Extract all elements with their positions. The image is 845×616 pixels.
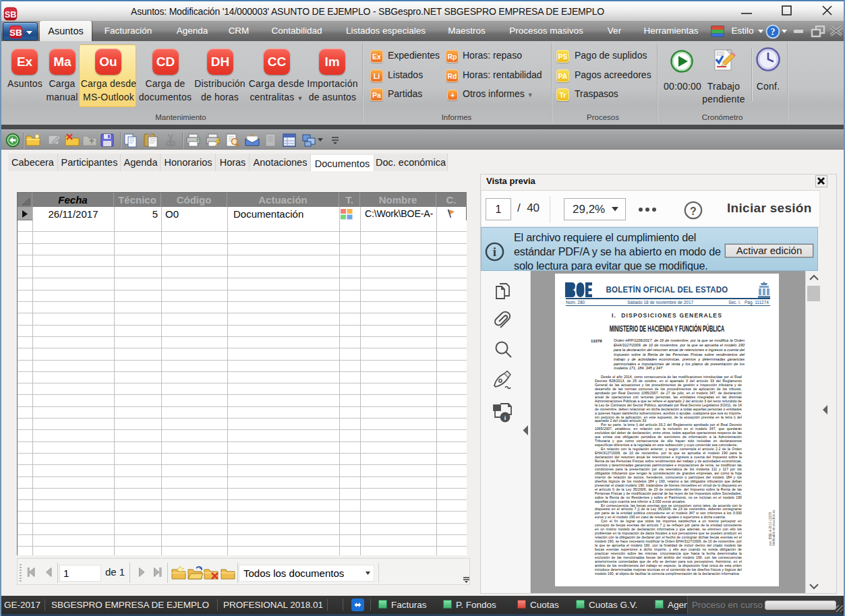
svg-text:SB: SB <box>9 28 22 38</box>
svg-text:SB: SB <box>5 9 17 20</box>
svg-text:?: ? <box>690 206 697 217</box>
svg-text:?: ? <box>771 27 776 37</box>
svg-text:i: i <box>493 245 496 259</box>
